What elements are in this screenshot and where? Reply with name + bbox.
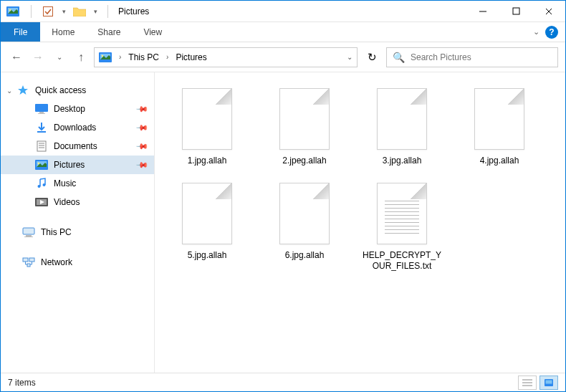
svg-rect-34 xyxy=(27,264,30,267)
file-name-label: 2.jpeg.allah xyxy=(282,156,326,167)
file-pane[interactable]: 1.jpg.allah2.jpeg.allah3.jpg.allah4.jpg.… xyxy=(155,72,565,373)
pin-icon: 📌 xyxy=(135,102,148,115)
tab-share[interactable]: Share xyxy=(86,22,132,42)
address-history-dropdown[interactable]: ⌄ xyxy=(347,53,352,61)
up-button[interactable]: ↑ xyxy=(72,49,90,66)
maximize-button[interactable] xyxy=(499,1,532,22)
sidebar-this-pc[interactable]: This PC xyxy=(1,223,154,242)
documents-icon xyxy=(35,140,48,152)
sidebar-item-music[interactable]: Music xyxy=(1,174,154,193)
navigation-pane[interactable]: ⌄ Quick access Desktop 📌 Downloads 📌 Doc… xyxy=(1,72,155,373)
sidebar-item-label: Desktop xyxy=(54,104,85,114)
text-file-icon xyxy=(377,183,427,244)
svg-point-23 xyxy=(43,183,46,186)
view-details-button[interactable] xyxy=(518,376,537,390)
sidebar-item-label: Downloads xyxy=(54,123,96,133)
expand-ribbon-icon[interactable]: ⌄ xyxy=(533,27,539,37)
tab-view[interactable]: View xyxy=(132,22,173,42)
svg-point-22 xyxy=(38,185,41,188)
tab-home[interactable]: Home xyxy=(40,22,86,42)
breadcrumb-pictures[interactable]: Pictures xyxy=(176,52,206,62)
file-name-label: 1.jpg.allah xyxy=(188,156,227,167)
file-item[interactable]: 3.jpg.allah xyxy=(357,84,447,171)
sidebar-item-label: Pictures xyxy=(54,160,85,170)
recent-locations-dropdown[interactable]: ⌄ xyxy=(51,49,68,66)
videos-icon xyxy=(35,196,48,208)
svg-rect-28 xyxy=(24,236,33,237)
file-item[interactable]: 6.jpg.allah xyxy=(259,178,350,277)
file-name-label: 3.jpg.allah xyxy=(383,156,422,167)
back-button[interactable]: ← xyxy=(8,49,25,66)
view-large-icons-button[interactable] xyxy=(539,376,558,390)
svg-rect-13 xyxy=(38,113,45,114)
sidebar-item-documents[interactable]: Documents 📌 xyxy=(1,137,154,156)
sidebar-quick-access-label: Quick access xyxy=(35,85,86,95)
window-title: Pictures xyxy=(118,6,149,16)
sidebar-item-label: Documents xyxy=(54,141,97,151)
file-item[interactable]: 1.jpg.allah xyxy=(162,84,252,171)
ribbon: File Home Share View ⌄ ? xyxy=(1,22,565,42)
svg-rect-15 xyxy=(37,141,46,151)
titlebar: ▾ ▾ Pictures xyxy=(1,1,565,22)
minimize-button[interactable] xyxy=(466,1,499,22)
svg-point-2 xyxy=(9,9,11,11)
pin-icon: 📌 xyxy=(135,120,148,134)
sidebar-item-label: Videos xyxy=(54,197,80,207)
file-item[interactable]: HELP_DECRYPT_YOUR_FILES.txt xyxy=(357,178,447,277)
blank-file-icon xyxy=(279,183,330,244)
sidebar-item-pictures[interactable]: Pictures 📌 xyxy=(1,156,154,174)
qat-dropdown2-icon[interactable]: ▾ xyxy=(92,5,99,18)
breadcrumb-sep-1[interactable]: › xyxy=(166,53,168,61)
status-item-count: 7 items xyxy=(8,378,36,388)
star-icon xyxy=(16,85,29,96)
ribbon-right: ⌄ ? xyxy=(533,22,565,42)
sidebar-spacer xyxy=(1,211,154,223)
breadcrumb-this-pc[interactable]: This PC xyxy=(128,52,159,62)
qat-separator xyxy=(31,5,32,18)
music-icon xyxy=(35,178,48,189)
file-tab[interactable]: File xyxy=(1,22,40,42)
blank-file-icon xyxy=(474,88,524,150)
sidebar-item-videos[interactable]: Videos xyxy=(1,193,154,211)
address-icon xyxy=(99,51,112,64)
qat-dropdown-icon[interactable]: ▾ xyxy=(60,5,67,18)
quick-access-toolbar: ▾ ▾ xyxy=(27,4,112,19)
search-box[interactable]: 🔍 xyxy=(386,47,558,67)
sidebar-network[interactable]: Network xyxy=(1,253,154,272)
blank-file-icon xyxy=(279,88,330,150)
sidebar-network-label: Network xyxy=(41,257,72,267)
file-item[interactable]: 2.jpeg.allah xyxy=(259,84,350,171)
pictures-icon xyxy=(35,159,48,171)
file-item[interactable]: 4.jpg.allah xyxy=(454,84,545,171)
caret-icon[interactable]: ⌄ xyxy=(6,87,12,95)
svg-rect-39 xyxy=(546,380,552,383)
qat-newfolder-button[interactable] xyxy=(72,4,87,19)
file-item[interactable]: 5.jpg.allah xyxy=(162,178,252,277)
file-name-label: 6.jpg.allah xyxy=(285,250,325,262)
main: ⌄ Quick access Desktop 📌 Downloads 📌 Doc… xyxy=(1,72,565,373)
svg-rect-29 xyxy=(23,258,28,262)
sidebar-item-desktop[interactable]: Desktop 📌 xyxy=(1,100,154,118)
status-view-switch xyxy=(518,376,558,390)
sidebar-quick-access[interactable]: ⌄ Quick access xyxy=(1,81,154,100)
svg-rect-30 xyxy=(29,258,34,262)
forward-button[interactable]: → xyxy=(29,49,47,66)
blank-file-icon xyxy=(182,183,232,244)
this-pc-icon xyxy=(22,226,35,238)
close-button[interactable] xyxy=(532,1,565,22)
app-icon xyxy=(6,5,19,18)
qat-separator-2 xyxy=(107,5,108,18)
refresh-button[interactable]: ↻ xyxy=(362,47,382,67)
svg-rect-3 xyxy=(44,6,53,16)
window-controls xyxy=(466,1,565,22)
search-input[interactable] xyxy=(411,52,552,62)
search-icon: 🔍 xyxy=(393,52,405,63)
address-bar[interactable]: › This PC › Pictures ⌄ xyxy=(94,47,358,67)
file-name-label: 5.jpg.allah xyxy=(188,250,227,262)
breadcrumb-sep-root[interactable]: › xyxy=(119,53,121,61)
status-bar: 7 items xyxy=(1,373,565,391)
qat-properties-check[interactable] xyxy=(40,4,56,19)
help-icon[interactable]: ? xyxy=(545,26,558,39)
blank-file-icon xyxy=(182,88,232,150)
sidebar-item-downloads[interactable]: Downloads 📌 xyxy=(1,118,154,137)
